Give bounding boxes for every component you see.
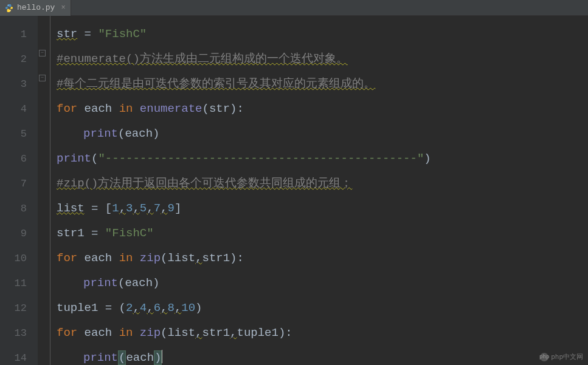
line-number: 3 bbox=[0, 72, 27, 97]
line-number: 8 bbox=[0, 196, 27, 221]
line-number: 1 bbox=[0, 22, 27, 47]
tab-filename: hello.py bbox=[17, 3, 55, 12]
tab-bar: hello.py × bbox=[0, 0, 588, 16]
code-line[interactable]: print(each) bbox=[57, 271, 588, 296]
fold-marker-icon[interactable] bbox=[39, 75, 46, 81]
code-line[interactable]: #每个二元组是由可迭代参数的索引号及其对应的元素组成的。 bbox=[57, 72, 588, 97]
line-number: 10 bbox=[0, 246, 27, 271]
code-line[interactable]: str1 = "FishC" bbox=[57, 221, 588, 246]
line-number: 2 bbox=[0, 47, 27, 72]
line-number: 14 bbox=[0, 346, 27, 365]
file-tab[interactable]: hello.py × bbox=[0, 0, 71, 16]
fold-marker-icon[interactable] bbox=[39, 50, 46, 56]
close-icon[interactable]: × bbox=[61, 4, 65, 12]
gutter: 1 2 3 4 5 6 7 8 9 10 11 12 13 14 bbox=[0, 16, 38, 365]
svg-point-1 bbox=[10, 10, 10, 10]
code-line[interactable]: for each in zip(list,str1,tuple1): bbox=[57, 321, 588, 346]
code-line[interactable]: tuple1 = (2,4,6,8,10) bbox=[57, 296, 588, 321]
code-line[interactable]: #enumerate()方法生成由二元组构成的一个迭代对象。 bbox=[57, 47, 588, 72]
code-line[interactable]: list = [1,3,5,7,9] bbox=[57, 196, 588, 221]
code-line[interactable]: for each in zip(list,str1): bbox=[57, 246, 588, 271]
watermark-text: php中文网 bbox=[551, 352, 583, 361]
editor[interactable]: 1 2 3 4 5 6 7 8 9 10 11 12 13 14 str = "… bbox=[0, 16, 588, 365]
svg-point-0 bbox=[8, 5, 9, 5]
code-area[interactable]: str = "FishC" #enumerate()方法生成由二元组构成的一个迭… bbox=[50, 16, 588, 365]
line-number: 11 bbox=[0, 271, 27, 296]
line-number: 5 bbox=[0, 121, 27, 146]
code-line[interactable]: print(each) bbox=[57, 121, 588, 146]
fold-column bbox=[38, 16, 50, 365]
code-line[interactable]: str = "FishC" bbox=[57, 22, 588, 47]
line-number: 9 bbox=[0, 221, 27, 246]
php-icon: php bbox=[540, 353, 548, 361]
line-number: 13 bbox=[0, 321, 27, 346]
line-number: 4 bbox=[0, 97, 27, 121]
code-line[interactable]: for each in enumerate(str): bbox=[57, 97, 588, 121]
code-line[interactable]: #zip()方法用于返回由各个可迭代参数共同组成的元组； bbox=[57, 171, 588, 196]
line-number: 12 bbox=[0, 296, 27, 321]
line-number: 6 bbox=[0, 146, 27, 171]
code-line[interactable]: print(each) bbox=[57, 346, 588, 365]
code-line[interactable]: print("---------------------------------… bbox=[57, 146, 588, 171]
text-caret bbox=[162, 350, 162, 363]
watermark: php php中文网 bbox=[540, 352, 583, 361]
python-icon bbox=[5, 4, 13, 12]
line-number: 7 bbox=[0, 171, 27, 196]
